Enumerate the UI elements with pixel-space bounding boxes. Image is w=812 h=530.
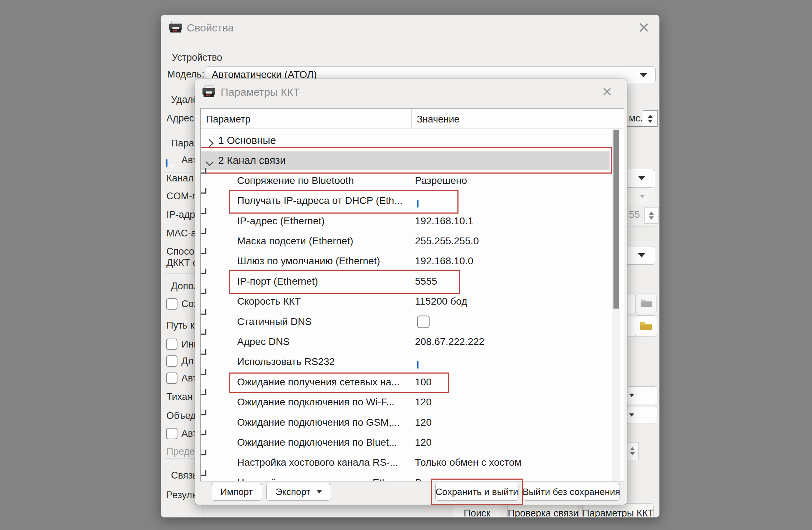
chevron-icon[interactable] bbox=[201, 208, 206, 214]
chevron-icon[interactable] bbox=[201, 269, 206, 274]
row-value: 5555 bbox=[415, 276, 437, 287]
row-label: Адрес DNS bbox=[237, 336, 290, 348]
chevron-icon[interactable] bbox=[201, 188, 206, 194]
chevron-down-icon bbox=[638, 253, 645, 258]
row-checkbox[interactable] bbox=[417, 361, 418, 369]
chevron-icon[interactable] bbox=[201, 369, 206, 375]
table-row[interactable]: Ожидание подключения по Bluet... 120 bbox=[201, 432, 612, 453]
table-row[interactable]: Маска подсети (Ethernet) 255.255.255.0 bbox=[201, 231, 612, 251]
row-label: 2 Канал связи bbox=[218, 155, 286, 166]
left-checkbox[interactable] bbox=[166, 339, 177, 350]
chevron-icon[interactable] bbox=[201, 349, 206, 355]
bottom-button-3[interactable]: Параметры ККТ bbox=[582, 503, 654, 518]
row-checkbox[interactable] bbox=[417, 200, 418, 208]
row-value: 120 bbox=[415, 417, 432, 428]
bottom-button-2[interactable]: Проверка связи bbox=[507, 503, 579, 518]
row-value: 120 bbox=[415, 437, 432, 448]
left-label: ДККТ с bbox=[166, 258, 197, 269]
table-row[interactable]: Адрес DNS 208.67.222.222 bbox=[201, 332, 612, 352]
table-row[interactable]: IP-порт (Ethernet) 5555 bbox=[201, 271, 612, 292]
browse-folder-button[interactable] bbox=[635, 315, 657, 337]
row-value: 208.67.222.222 bbox=[415, 336, 485, 348]
row-label: Ожидание подключения по Bluet... bbox=[237, 437, 397, 448]
folder-icon bbox=[639, 321, 653, 331]
table-row[interactable]: Настройка хостового канала Eth... Разреш… bbox=[201, 473, 612, 481]
chevron-icon[interactable] bbox=[201, 309, 206, 315]
chevron-icon[interactable] bbox=[201, 450, 206, 455]
left-checkbox[interactable] bbox=[166, 372, 177, 384]
printer-icon bbox=[201, 85, 216, 98]
chevron-down-icon bbox=[638, 176, 645, 180]
row-value: 120 bbox=[415, 396, 432, 408]
divider bbox=[625, 126, 657, 127]
chevron-icon[interactable] bbox=[201, 410, 206, 415]
table-row[interactable]: Статичный DNS bbox=[201, 312, 612, 332]
row-label: IP-порт (Ethernet) bbox=[237, 276, 318, 287]
import-button[interactable]: Импорт bbox=[211, 483, 262, 501]
table-row[interactable]: Сопряжение по Bluetooth Разрешено bbox=[201, 171, 612, 191]
timeout-spinner[interactable] bbox=[643, 110, 658, 127]
left-label: Резуль bbox=[166, 490, 197, 501]
table-row[interactable]: IP-адрес (Ethernet) 192.168.10.1 bbox=[201, 211, 612, 231]
chevron-down-icon bbox=[640, 73, 647, 78]
table-row[interactable]: Скорость ККТ 115200 бод bbox=[201, 291, 612, 312]
row-checkbox[interactable] bbox=[417, 315, 430, 328]
ip-port-spinner bbox=[644, 207, 658, 224]
row-label: IP-адрес (Ethernet) bbox=[237, 215, 325, 227]
kkt-params-dialog: Параметры ККТ × Параметр Значение 1 Осно… bbox=[195, 79, 627, 505]
scrollbar-thumb[interactable] bbox=[613, 130, 619, 309]
chevron-icon[interactable] bbox=[201, 329, 206, 335]
scrollbar[interactable] bbox=[612, 129, 620, 481]
mac-field-disabled bbox=[625, 226, 657, 242]
chevron-icon[interactable] bbox=[201, 168, 206, 174]
chevron-icon[interactable] bbox=[201, 389, 206, 395]
chevron-icon[interactable] bbox=[201, 248, 206, 254]
chevron-icon[interactable] bbox=[201, 470, 206, 476]
chevron-icon[interactable] bbox=[201, 430, 206, 435]
left-label: Тихая bbox=[166, 391, 192, 402]
table-row[interactable]: Настройка хостового канала RS-... Только… bbox=[201, 452, 612, 473]
chevron-down-icon bbox=[317, 490, 322, 494]
dropdown-sliver[interactable] bbox=[626, 386, 657, 404]
table-row[interactable]: Получать IP-адреса от DHCP (Eth... bbox=[201, 191, 612, 211]
table-row[interactable]: Ожидание подключения по GSM,... 120 bbox=[201, 412, 612, 433]
left-label: Объед bbox=[166, 410, 196, 421]
printer-icon bbox=[168, 20, 183, 34]
row-value: 192.168.10.0 bbox=[415, 255, 473, 267]
table-row[interactable]: Использовать RS232 bbox=[201, 352, 612, 372]
row-label: Ожидание подключения по GSM,... bbox=[237, 417, 400, 428]
window-title: Свойства bbox=[187, 22, 234, 34]
spinner-sliver[interactable] bbox=[626, 442, 639, 460]
close-icon[interactable]: × bbox=[638, 18, 650, 37]
close-icon[interactable]: × bbox=[602, 83, 612, 100]
chevron-down-icon bbox=[640, 195, 645, 198]
left-checkbox[interactable] bbox=[166, 355, 177, 367]
chevron-icon[interactable] bbox=[206, 139, 214, 148]
left-label: Путь к bbox=[166, 320, 195, 331]
table-row[interactable]: 1 Основные bbox=[201, 130, 612, 151]
row-value: 192.168.10.1 bbox=[415, 215, 473, 227]
left-label: Адрес bbox=[166, 113, 194, 124]
export-button[interactable]: Экспорт bbox=[266, 483, 331, 501]
import-button-label: Импорт bbox=[220, 486, 253, 498]
dropdown-sliver[interactable] bbox=[626, 406, 657, 424]
save-and-exit-button[interactable]: Сохранить и выйти bbox=[435, 483, 518, 501]
left-label: Канал bbox=[166, 173, 194, 184]
row-value: Разрешено bbox=[415, 175, 467, 186]
param-table-body: 1 Основные 2 Канал связи Сопряжение по B… bbox=[201, 109, 612, 481]
table-row[interactable]: Ожидание получения сетевых на... 100 bbox=[201, 372, 612, 392]
table-row[interactable]: Ожидание подключения по Wi-F... 120 bbox=[201, 392, 612, 412]
exit-without-saving-button[interactable]: Выйти без сохранения bbox=[523, 483, 620, 501]
save-and-exit-label: Сохранить и выйти bbox=[436, 486, 518, 498]
left-checkbox[interactable] bbox=[166, 298, 177, 310]
table-row[interactable]: 2 Канал связи bbox=[201, 150, 612, 171]
table-row[interactable]: Шлюз по умолчанию (Ethernet) 192.168.10.… bbox=[201, 251, 612, 271]
bottom-button-1[interactable]: Поиск bbox=[454, 503, 500, 518]
left-checkbox[interactable] bbox=[166, 428, 177, 439]
row-label: Ожидание получения сетевых на... bbox=[237, 376, 400, 388]
left-checkbox[interactable] bbox=[166, 159, 167, 167]
row-value: 115200 бод bbox=[415, 296, 467, 307]
chevron-icon[interactable] bbox=[201, 289, 206, 294]
chevron-icon[interactable] bbox=[201, 228, 206, 234]
row-value: 100 bbox=[415, 376, 432, 388]
